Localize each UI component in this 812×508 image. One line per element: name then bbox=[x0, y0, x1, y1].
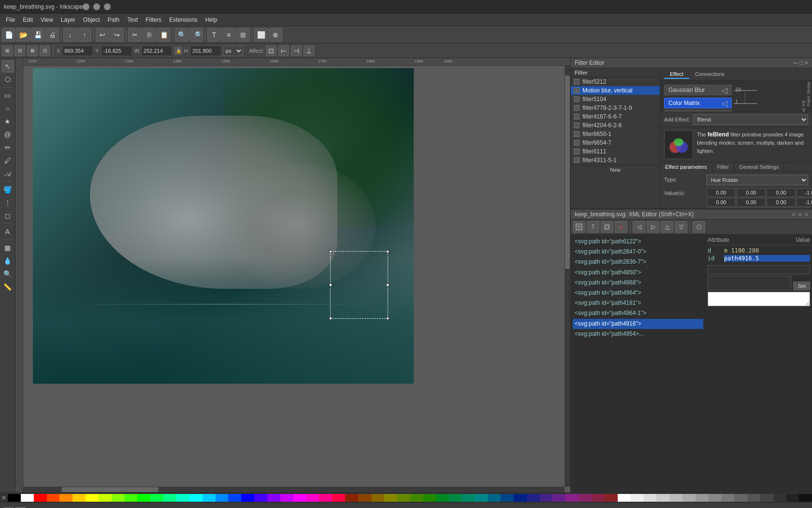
no-color-swatch[interactable]: ✕ bbox=[0, 494, 8, 502]
menu-layer[interactable]: Layer bbox=[57, 15, 79, 24]
palette-swatch[interactable] bbox=[137, 494, 150, 502]
w-input[interactable] bbox=[141, 45, 173, 56]
export-button[interactable]: ↑ bbox=[78, 28, 91, 42]
v1-0[interactable]: 0.00 bbox=[707, 198, 736, 207]
palette-swatch[interactable] bbox=[125, 494, 138, 502]
effect-node-colormatrix[interactable]: Color Matrix ◁ bbox=[664, 98, 732, 108]
minimize-button[interactable] bbox=[83, 3, 89, 10]
menu-text[interactable]: Text bbox=[123, 15, 142, 24]
calligraphy-tool[interactable]: 𝒜 bbox=[1, 167, 14, 180]
menu-edit[interactable]: Edit bbox=[19, 15, 37, 24]
handle-tr[interactable] bbox=[386, 250, 389, 253]
palette-swatch[interactable] bbox=[799, 494, 812, 502]
node-tool[interactable]: ⬡ bbox=[1, 73, 14, 86]
palette-swatch[interactable] bbox=[59, 494, 72, 502]
open-button[interactable]: 📂 bbox=[16, 28, 30, 42]
snap3-button[interactable]: ⊠ bbox=[27, 45, 38, 56]
ellipse-tool[interactable]: ○ bbox=[1, 102, 14, 115]
palette-swatch[interactable] bbox=[150, 494, 163, 502]
filter-checkbox-3[interactable] bbox=[574, 105, 580, 111]
palette-swatch[interactable] bbox=[410, 494, 423, 502]
affect1-button[interactable]: ⊡ bbox=[266, 45, 276, 56]
palette-swatch[interactable] bbox=[163, 494, 176, 502]
palette-swatch[interactable] bbox=[552, 494, 566, 502]
filter-item-3[interactable]: filter4778-2-3-7-1-9 bbox=[571, 104, 660, 112]
copy-button[interactable]: ⎘ bbox=[143, 28, 156, 42]
select-tool[interactable]: ↖ bbox=[1, 60, 14, 73]
filter-item-4[interactable]: filter4187-6-6-7 bbox=[571, 112, 660, 121]
spiral-tool[interactable]: @ bbox=[1, 128, 14, 141]
filter-checkbox-5[interactable] bbox=[574, 122, 580, 128]
paste-button[interactable]: 📋 bbox=[157, 28, 171, 42]
palette-swatch[interactable] bbox=[566, 494, 579, 502]
palette-swatch[interactable] bbox=[397, 494, 410, 502]
snap-button[interactable]: ⊞ bbox=[2, 45, 13, 56]
palette-swatch[interactable] bbox=[8, 494, 21, 502]
palette-swatch[interactable] bbox=[605, 494, 618, 502]
spray-tool[interactable]: ⋮ bbox=[1, 196, 14, 209]
palette-swatch[interactable] bbox=[760, 494, 773, 502]
new-button[interactable]: 📄 bbox=[2, 28, 15, 42]
close-button[interactable] bbox=[104, 3, 111, 10]
filter-item-9[interactable]: filter4311-5-1 bbox=[571, 156, 660, 164]
palette-swatch[interactable] bbox=[112, 494, 125, 502]
xml-editor-btn1[interactable]: ○ bbox=[792, 211, 795, 218]
v1-3[interactable]: -1.00 bbox=[797, 198, 812, 207]
palette-swatch[interactable] bbox=[682, 494, 696, 502]
filter-item-2[interactable]: filter5104 bbox=[571, 95, 660, 104]
horizontal-scrollbar[interactable] bbox=[23, 487, 565, 493]
xml-node-7[interactable]: <svg:path id="path4964-1"> bbox=[573, 308, 703, 318]
xml-node-1[interactable]: <svg:path id="path2847-0"> bbox=[573, 247, 703, 257]
filter-checkbox-6[interactable] bbox=[574, 131, 580, 137]
view-toggle[interactable]: ⬜ bbox=[254, 28, 268, 42]
menu-extensions[interactable]: Extensions bbox=[165, 15, 202, 24]
attr-row-1[interactable]: id path4916.5 bbox=[708, 254, 810, 262]
lock-ratio-button[interactable]: 🔒 bbox=[174, 47, 182, 55]
palette-swatch[interactable] bbox=[371, 494, 384, 502]
v0-2[interactable]: 0.00 bbox=[767, 188, 796, 197]
xml-node-8[interactable]: <svg:path id="path4916"> bbox=[573, 319, 703, 329]
xml-node-4[interactable]: <svg:path id="path4868"> bbox=[573, 278, 703, 288]
attr-text-area[interactable] bbox=[708, 292, 810, 306]
palette-swatch[interactable] bbox=[592, 494, 605, 502]
horizontal-scroll-thumb[interactable] bbox=[62, 487, 159, 492]
palette-swatch[interactable] bbox=[540, 494, 553, 502]
filter-editor-maximize[interactable]: □ bbox=[799, 60, 803, 66]
menu-object[interactable]: Object bbox=[79, 15, 104, 24]
dropper-tool[interactable]: 💧 bbox=[1, 254, 14, 267]
fill-tool[interactable]: 🪣 bbox=[1, 183, 14, 196]
h-input[interactable] bbox=[190, 45, 221, 56]
palette-swatch[interactable] bbox=[423, 494, 436, 502]
ep-tab-filter[interactable]: Filter bbox=[712, 163, 734, 171]
display-mode[interactable]: ⊕ bbox=[269, 28, 282, 42]
palette-swatch[interactable] bbox=[643, 494, 656, 502]
xml-node-2[interactable]: <svg:path id="path2836-7"> bbox=[573, 257, 703, 267]
v2-0[interactable]: 0.00 bbox=[707, 208, 736, 209]
palette-swatch[interactable] bbox=[189, 494, 203, 502]
xml-node-9[interactable]: <svg:path id="path4954>... bbox=[573, 329, 703, 339]
menu-filters[interactable]: Filters bbox=[142, 15, 165, 24]
ep-tab-general[interactable]: General Settings bbox=[734, 163, 784, 171]
palette-swatch[interactable] bbox=[501, 494, 514, 502]
palette-swatch[interactable] bbox=[267, 494, 280, 502]
text-tool[interactable]: A bbox=[1, 225, 14, 238]
palette-swatch[interactable] bbox=[293, 494, 306, 502]
filter-new-button[interactable]: New bbox=[571, 164, 660, 175]
effect-node-gaussian2[interactable]: Gaussian Blur ◁ bbox=[664, 110, 732, 112]
snap4-button[interactable]: ⊡ bbox=[40, 45, 50, 56]
xml-btn-down[interactable]: ▽ bbox=[675, 221, 687, 233]
palette-swatch[interactable] bbox=[631, 494, 644, 502]
palette-swatch[interactable] bbox=[176, 494, 189, 502]
palette-swatch[interactable] bbox=[241, 494, 254, 502]
transform-button[interactable]: ⊞ bbox=[236, 28, 250, 42]
xml-tree[interactable]: <svg:path id="path6122"> <svg:path id="p… bbox=[571, 235, 706, 493]
print-button[interactable]: 🖨 bbox=[45, 28, 59, 42]
filter-checkbox-2[interactable] bbox=[574, 96, 580, 102]
palette-swatch[interactable] bbox=[358, 494, 371, 502]
attr-set-button[interactable]: Set bbox=[793, 282, 810, 290]
xml-btn-new-elem[interactable]: e bbox=[573, 221, 585, 233]
palette-swatch[interactable] bbox=[436, 494, 449, 502]
import-button[interactable]: ↓ bbox=[63, 28, 77, 42]
canvas-area[interactable]: 1100 1200 1300 1400 1500 1600 1700 1800 … bbox=[15, 58, 570, 493]
palette-swatch[interactable] bbox=[734, 494, 747, 502]
